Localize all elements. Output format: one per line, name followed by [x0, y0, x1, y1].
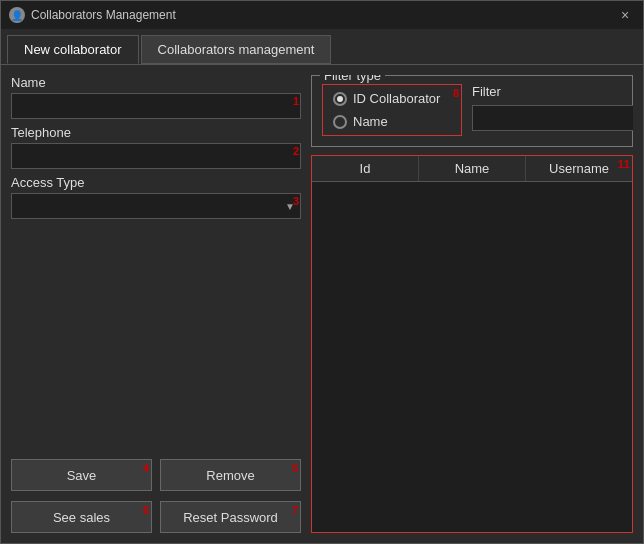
filter-input[interactable]: [472, 105, 633, 131]
filter-label: Filter: [472, 84, 633, 99]
right-panel: Filter type 8 ID Collaborator Name: [311, 75, 633, 533]
table-body: [312, 182, 632, 532]
left-panel: Name 1 Telephone 2 Access Type: [11, 75, 301, 533]
name-label: Name: [11, 75, 301, 90]
radio-name-input[interactable]: [333, 115, 347, 129]
telephone-field-group: Telephone 2: [11, 125, 301, 169]
radio-group: 8 ID Collaborator Name: [322, 84, 462, 136]
tab-collaborators-management[interactable]: Collaborators management: [141, 35, 332, 64]
radio-id-collaborator[interactable]: ID Collaborator: [333, 91, 451, 106]
save-button[interactable]: Save 4: [11, 459, 152, 491]
see-sales-button[interactable]: See sales 6: [11, 501, 152, 533]
telephone-input[interactable]: [11, 143, 301, 169]
window-title: Collaborators Management: [31, 8, 176, 22]
tab-new-collaborator[interactable]: New collaborator: [7, 35, 139, 64]
spacer: [11, 225, 301, 449]
title-bar-left: 👤 Collaborators Management: [9, 7, 176, 23]
reset-password-button[interactable]: Reset Password 7: [160, 501, 301, 533]
buttons-row-1: Save 4 Remove 5: [11, 459, 301, 491]
close-button[interactable]: ×: [615, 5, 635, 25]
table-col-id: Id: [312, 156, 419, 181]
access-type-field-group: Access Type ▼ 3: [11, 175, 301, 219]
telephone-label: Telephone: [11, 125, 301, 140]
telephone-input-wrapper: 2: [11, 143, 301, 169]
filter-input-wrapper: 9: [472, 105, 633, 131]
table-col-name: Name: [419, 156, 526, 181]
access-type-label: Access Type: [11, 175, 301, 190]
filter-right: Filter 9 Filter 10: [472, 84, 633, 131]
name-field-group: Name 1: [11, 75, 301, 119]
name-input-wrapper: 1: [11, 93, 301, 119]
radio-group-number: 8: [453, 87, 459, 99]
tab-bar: New collaborator Collaborators managemen…: [1, 29, 643, 65]
table-header-wrapper: Id Name Username 11: [312, 156, 632, 182]
content-area: Name 1 Telephone 2 Access Type: [1, 65, 643, 543]
filter-type-group: Filter type 8 ID Collaborator Name: [311, 75, 633, 147]
table-col-username: Username 11: [526, 156, 632, 181]
table-header: Id Name Username 11: [312, 156, 632, 182]
radio-id-collaborator-input[interactable]: [333, 92, 347, 106]
table-number: 11: [618, 158, 630, 170]
window-icon: 👤: [9, 7, 25, 23]
access-type-select[interactable]: [11, 193, 301, 219]
title-bar: 👤 Collaborators Management ×: [1, 1, 643, 29]
results-table: Id Name Username 11: [311, 155, 633, 533]
buttons-row-2: See sales 6 Reset Password 7: [11, 501, 301, 533]
filter-input-row: 9 Filter 10: [472, 105, 633, 131]
remove-button[interactable]: Remove 5: [160, 459, 301, 491]
main-window: 👤 Collaborators Management × New collabo…: [0, 0, 644, 544]
filter-type-legend: Filter type: [320, 75, 385, 83]
filter-type-inner: 8 ID Collaborator Name Filter: [322, 84, 622, 136]
name-input[interactable]: [11, 93, 301, 119]
radio-name[interactable]: Name: [333, 114, 451, 129]
access-type-input-wrapper: ▼ 3: [11, 193, 301, 219]
